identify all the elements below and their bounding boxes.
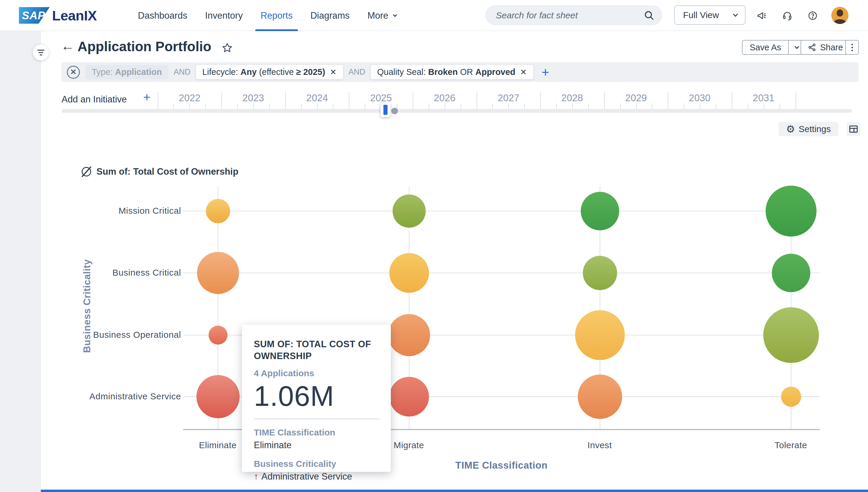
and-operator: AND bbox=[348, 68, 365, 77]
search-input[interactable] bbox=[486, 10, 643, 20]
filter-panel-toggle-button[interactable] bbox=[33, 44, 49, 60]
year-label: 2030 bbox=[682, 92, 717, 104]
chevron-down-icon bbox=[393, 13, 397, 17]
bubble-eliminate-mission-critical[interactable] bbox=[206, 199, 230, 223]
empty-set-icon bbox=[82, 167, 91, 176]
tooltip-field-value: ↑Administrative Service bbox=[254, 471, 379, 482]
tooltip-heading: SUM OF: TOTAL COST OF OWNERSHIP bbox=[254, 338, 384, 362]
nav-reports[interactable]: Reports bbox=[261, 0, 293, 31]
year-label: 2025 bbox=[363, 92, 399, 104]
timeline-slider-dot[interactable] bbox=[391, 108, 398, 114]
bubble-tolerate-business-critical[interactable] bbox=[772, 254, 810, 292]
nav-more[interactable]: More bbox=[367, 0, 396, 31]
bubble-tolerate-administrative-service[interactable] bbox=[781, 387, 801, 407]
bubble-invest-business-critical[interactable] bbox=[583, 256, 617, 290]
bubble-eliminate-business-operational[interactable] bbox=[209, 326, 228, 345]
year-label: 2029 bbox=[618, 92, 654, 104]
tooltip-field-label: Business Criticality bbox=[254, 459, 379, 469]
year-label: 2023 bbox=[236, 92, 271, 104]
x-axis-title: TIME Classification bbox=[427, 460, 575, 471]
up-arrow-icon: ↑ bbox=[254, 471, 259, 482]
tooltip-field-label: TIME Classification bbox=[254, 427, 379, 438]
add-initiative-label: Add an Initiative bbox=[61, 94, 127, 105]
y-category-label: Business Critical bbox=[27, 268, 181, 278]
gridline bbox=[183, 273, 820, 273]
sap-logo-mark: SAP bbox=[19, 7, 50, 24]
leanix-reports-page: SAP LeanIX Dashboards Inventory Reports … bbox=[0, 0, 868, 492]
year-label: 2028 bbox=[554, 92, 590, 104]
nav-inventory[interactable]: Inventory bbox=[205, 0, 243, 31]
bubble-eliminate-business-critical[interactable] bbox=[197, 252, 239, 294]
fact-sheet-search bbox=[485, 5, 662, 25]
leanix-wordmark: LeanIX bbox=[52, 7, 97, 24]
support-headset-icon[interactable] bbox=[781, 9, 794, 23]
add-filter-button[interactable]: + bbox=[540, 66, 551, 79]
filter-chip-type: Type: Application bbox=[85, 65, 168, 79]
filter-chip-lifecycle[interactable]: Lifecycle: Any (effective ≥ 2025) ✕ bbox=[196, 65, 343, 79]
bubble-tolerate-business-operational[interactable] bbox=[763, 307, 819, 363]
gridline bbox=[183, 211, 820, 212]
year-label: 2031 bbox=[746, 92, 781, 104]
filter-chip-quality-seal[interactable]: Quality Seal: Broken OR Approved ✕ bbox=[371, 65, 533, 79]
bubble-eliminate-administrative-service[interactable] bbox=[196, 375, 240, 418]
bottom-accent-bar bbox=[41, 490, 868, 492]
bubble-invest-mission-critical[interactable] bbox=[581, 192, 619, 230]
year-label: 2026 bbox=[427, 92, 463, 104]
bubble-migrate-business-operational[interactable] bbox=[388, 314, 430, 356]
x-category-label: Invest bbox=[555, 440, 644, 450]
year-label: 2022 bbox=[172, 92, 207, 104]
add-initiative-button[interactable]: + bbox=[141, 90, 152, 105]
primary-nav: Dashboards Inventory Reports Diagrams Mo… bbox=[138, 0, 396, 31]
bubble-migrate-administrative-service[interactable] bbox=[389, 377, 429, 417]
tooltip-field-value: Eliminate bbox=[254, 440, 379, 450]
year-label: 2027 bbox=[491, 92, 526, 104]
filter-bar: ✕ Type: Application AND Lifecycle: Any (… bbox=[61, 62, 859, 82]
bubble-invest-business-operational[interactable] bbox=[575, 310, 625, 360]
chevron-down-icon bbox=[733, 12, 738, 17]
x-category-label: Tolerate bbox=[746, 440, 835, 450]
y-category-label: Business Operational bbox=[27, 330, 181, 340]
and-operator: AND bbox=[174, 68, 190, 77]
chart-legend: Sum of: Total Cost of Ownership bbox=[82, 166, 238, 177]
tooltip-applications-link[interactable]: 4 Applications bbox=[254, 368, 379, 378]
user-avatar[interactable] bbox=[831, 7, 848, 24]
tooltip-divider bbox=[254, 419, 379, 419]
nav-diagrams[interactable]: Diagrams bbox=[310, 0, 350, 31]
chart-tooltip: SUM OF: TOTAL COST OF OWNERSHIP 4 Applic… bbox=[242, 325, 391, 472]
sap-leanix-logo[interactable]: SAP LeanIX bbox=[19, 7, 97, 24]
y-axis-title: Business Criticality bbox=[81, 247, 93, 365]
bubble-migrate-business-critical[interactable] bbox=[389, 253, 429, 293]
tooltip-value: 1.06M bbox=[254, 381, 379, 411]
timeline-slider-handle[interactable] bbox=[380, 102, 391, 117]
remove-filter-icon[interactable]: ✕ bbox=[520, 68, 527, 77]
help-icon[interactable] bbox=[806, 9, 819, 23]
search-icon[interactable] bbox=[643, 10, 655, 21]
bubble-invest-administrative-service[interactable] bbox=[578, 374, 622, 419]
clear-filters-button[interactable]: ✕ bbox=[67, 66, 80, 79]
remove-filter-icon[interactable]: ✕ bbox=[330, 68, 337, 77]
top-navigation-bar: SAP LeanIX Dashboards Inventory Reports … bbox=[0, 0, 868, 31]
view-selector-dropdown[interactable]: Full View bbox=[674, 5, 745, 25]
year-label: 2024 bbox=[299, 92, 335, 104]
nav-dashboards[interactable]: Dashboards bbox=[138, 0, 187, 31]
lifecycle-timeline: Add an Initiative + 2022 2023 2024 2025 … bbox=[0, 89, 868, 124]
bubble-migrate-mission-critical[interactable] bbox=[393, 195, 426, 228]
announcement-icon[interactable] bbox=[755, 9, 769, 23]
filter-icon bbox=[37, 50, 44, 51]
y-category-label: Administrative Service bbox=[27, 391, 181, 401]
timeline-track[interactable] bbox=[61, 109, 852, 113]
y-category-label: Mission Critical bbox=[27, 206, 181, 216]
bubble-tolerate-mission-critical[interactable] bbox=[766, 186, 817, 237]
